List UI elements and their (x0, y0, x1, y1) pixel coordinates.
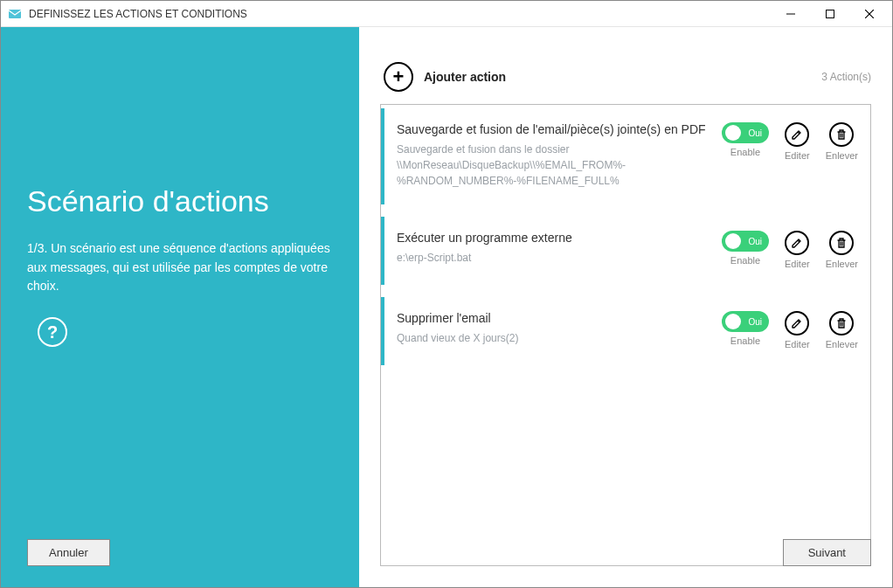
remove-button[interactable] (829, 122, 854, 147)
remove-button[interactable] (829, 231, 854, 255)
pencil-icon (791, 237, 803, 249)
enable-label: Enable (730, 255, 760, 266)
action-subtitle: Quand vieux de X jours(2) (397, 330, 708, 346)
toggle-state-label: Oui (748, 317, 762, 327)
app-window: DEFINISSEZ LES ACTIONS ET CONDITIONS Scé… (0, 0, 893, 588)
next-button[interactable]: Suivant (783, 539, 871, 566)
add-action-label: Ajouter action (424, 70, 506, 84)
help-icon: ? (47, 322, 58, 342)
action-controls: Oui Enable Editer (722, 311, 858, 349)
enable-group: Oui Enable (722, 122, 769, 157)
action-count: 3 Action(s) (821, 71, 871, 83)
pencil-icon (791, 317, 803, 329)
sidebar-description: 1/3. Un scénario est une séquence d'acti… (27, 239, 333, 296)
action-row: Exécuter un programme externe e:\erp-Scr… (381, 217, 870, 285)
edit-group: Editer (785, 311, 810, 349)
header-row: + Ajouter action 3 Action(s) (384, 62, 871, 92)
edit-button[interactable] (785, 122, 809, 147)
edit-button[interactable] (785, 311, 809, 336)
remove-label: Enlever (826, 339, 858, 349)
toggle-knob (725, 314, 741, 329)
enable-label: Enable (730, 336, 760, 346)
remove-label: Enlever (826, 259, 858, 269)
pencil-icon (791, 128, 803, 141)
edit-group: Editer (785, 231, 810, 269)
trash-icon (835, 317, 848, 329)
action-title: Supprimer l'email (397, 311, 708, 325)
enable-toggle[interactable]: Oui (722, 231, 769, 252)
titlebar: DEFINISSEZ LES ACTIONS ET CONDITIONS (1, 1, 892, 27)
maximize-button[interactable] (810, 1, 849, 27)
edit-button[interactable] (785, 231, 809, 255)
trash-icon (835, 237, 848, 249)
remove-group: Enlever (826, 122, 858, 161)
minimize-button[interactable] (771, 1, 810, 27)
remove-label: Enlever (826, 150, 858, 161)
action-row: Sauvegarde et fusion de l'email/pièce(s)… (381, 108, 870, 204)
toggle-knob (725, 233, 741, 249)
trash-icon (835, 128, 848, 141)
edit-label: Editer (785, 259, 810, 269)
action-title: Exécuter un programme externe (397, 231, 708, 245)
action-controls: Oui Enable Editer (722, 231, 858, 269)
edit-label: Editer (785, 150, 810, 161)
sidebar-heading: Scénario d'actions (27, 184, 333, 218)
window-title: DEFINISSEZ LES ACTIONS ET CONDITIONS (29, 8, 247, 20)
action-text: Supprimer l'email Quand vieux de X jours… (397, 311, 722, 349)
remove-button[interactable] (829, 311, 854, 336)
enable-group: Oui Enable (722, 311, 769, 346)
action-subtitle: Sauvegarde et fusion dans le dossier \\M… (397, 142, 708, 189)
svg-rect-2 (826, 10, 834, 17)
enable-toggle[interactable]: Oui (722, 311, 769, 332)
edit-group: Editer (785, 122, 810, 161)
edit-label: Editer (785, 339, 810, 349)
cancel-button[interactable]: Annuler (27, 539, 110, 566)
action-text: Exécuter un programme externe e:\erp-Scr… (397, 231, 722, 269)
actions-list: Sauvegarde et fusion de l'email/pièce(s)… (380, 104, 871, 566)
action-subtitle: e:\erp-Script.bat (397, 250, 708, 266)
remove-group: Enlever (826, 311, 858, 349)
action-row: Supprimer l'email Quand vieux de X jours… (381, 297, 870, 365)
action-text: Sauvegarde et fusion de l'email/pièce(s)… (397, 122, 722, 189)
action-controls: Oui Enable Editer (722, 122, 858, 189)
close-button[interactable] (849, 1, 889, 27)
help-button[interactable]: ? (38, 317, 67, 347)
plus-icon: + (393, 67, 405, 86)
toggle-state-label: Oui (748, 128, 762, 138)
enable-group: Oui Enable (722, 231, 769, 266)
body: Scénario d'actions 1/3. Un scénario est … (1, 27, 892, 587)
toggle-knob (725, 125, 741, 141)
remove-group: Enlever (826, 231, 858, 269)
add-action-button[interactable]: + (384, 62, 413, 92)
main-panel: + Ajouter action 3 Action(s) Sauvegarde … (359, 27, 892, 587)
action-title: Sauvegarde et fusion de l'email/pièce(s)… (397, 122, 708, 136)
toggle-state-label: Oui (748, 237, 762, 246)
enable-label: Enable (730, 147, 760, 157)
sidebar: Scénario d'actions 1/3. Un scénario est … (1, 27, 359, 587)
enable-toggle[interactable]: Oui (722, 122, 769, 143)
app-icon (8, 7, 22, 21)
svg-rect-0 (9, 10, 21, 18)
